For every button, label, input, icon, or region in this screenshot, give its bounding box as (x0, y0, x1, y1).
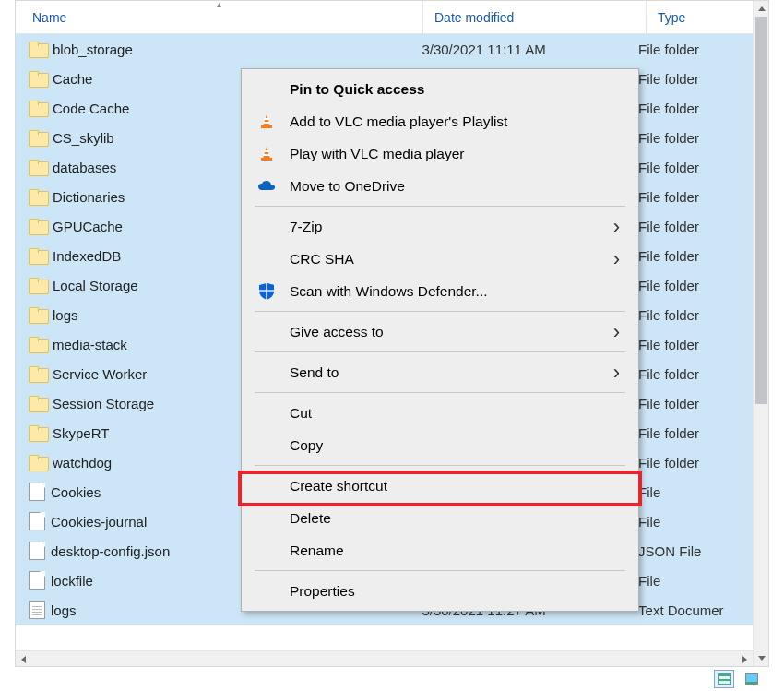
status-bar (15, 667, 769, 691)
folder-icon (29, 307, 47, 322)
scroll-right-button[interactable] (737, 651, 753, 667)
file-type: File folder (627, 278, 753, 293)
scroll-left-button[interactable] (16, 651, 31, 667)
column-header-row: Name ▴ Date modified Type (16, 1, 768, 34)
file-type: File folder (627, 71, 753, 87)
scroll-down-button[interactable] (754, 650, 769, 666)
menu-play-with-vlc[interactable]: Play with VLC media player (244, 137, 636, 170)
sort-indicator-icon: ▴ (217, 0, 221, 9)
svg-rect-7 (264, 154, 270, 156)
folder-icon (29, 130, 47, 145)
svg-rect-2 (265, 118, 269, 120)
menu-pin-to-quick-access[interactable]: Pin to Quick access (244, 73, 636, 105)
file-name: desktop-config.json (51, 543, 170, 559)
blank-icon (256, 435, 277, 456)
file-type: Text Documer (627, 602, 753, 618)
vlc-icon (256, 112, 277, 132)
file-name: Service Worker (53, 366, 147, 382)
column-header-date[interactable]: Date modified (423, 1, 647, 33)
scroll-thumb[interactable] (755, 17, 767, 404)
blank-icon (256, 79, 277, 100)
svg-rect-6 (265, 150, 269, 152)
file-date: 3/30/2021 11:11 AM (410, 42, 627, 57)
menu-add-to-vlc-playlist[interactable]: Add to VLC media player's Playlist (244, 105, 636, 137)
file-type: File (627, 484, 753, 500)
folder-icon (29, 101, 47, 115)
file-name: Code Cache (53, 101, 129, 116)
file-type: File folder (627, 160, 753, 175)
view-large-icons-button[interactable] (742, 670, 762, 688)
folder-icon (29, 42, 47, 56)
large-icons-icon (745, 673, 758, 685)
blank-icon (256, 581, 277, 602)
menu-label: Create shortcut (290, 478, 620, 494)
menu-label: Add to VLC media player's Playlist (290, 113, 620, 130)
menu-label: Delete (290, 510, 620, 527)
file-type: File folder (627, 366, 753, 382)
menu-give-access-to[interactable]: Give access to › (244, 316, 636, 348)
menu-7zip[interactable]: 7-Zip › (244, 210, 636, 243)
menu-label: 7-Zip (290, 219, 600, 235)
file-icon (29, 512, 45, 530)
file-type: File folder (627, 219, 753, 234)
file-name: Cookies-journal (51, 514, 147, 530)
folder-icon (29, 160, 47, 174)
menu-send-to[interactable]: Send to › (244, 356, 636, 388)
menu-separator (255, 311, 625, 312)
text-file-icon (29, 601, 45, 619)
menu-copy[interactable]: Copy (244, 429, 636, 461)
menu-label: Cut (290, 405, 620, 422)
file-icon (29, 542, 45, 560)
file-type: File folder (627, 130, 753, 146)
menu-separator (255, 351, 625, 352)
folder-icon (29, 337, 47, 351)
folder-icon (29, 455, 47, 470)
file-type: File (627, 514, 753, 530)
file-icon (29, 483, 45, 501)
file-type: File folder (627, 248, 753, 264)
menu-label: Play with VLC media player (290, 146, 620, 162)
file-type: File folder (627, 101, 753, 116)
menu-label: Pin to Quick access (290, 81, 620, 98)
scroll-up-button[interactable] (754, 1, 769, 17)
menu-rename[interactable]: Rename (244, 534, 636, 566)
table-row[interactable]: blob_storage3/30/2021 11:11 AMFile folde… (16, 34, 753, 64)
file-name: Session Storage (53, 396, 154, 411)
blank-icon (256, 541, 277, 561)
menu-delete[interactable]: Delete (244, 502, 636, 534)
file-name: logs (53, 307, 78, 323)
svg-marker-0 (263, 114, 270, 126)
column-header-type[interactable]: Type (647, 1, 757, 33)
blank-icon (256, 476, 277, 496)
menu-label: Properties (290, 583, 620, 600)
view-details-button[interactable] (714, 670, 734, 688)
file-type: File folder (627, 307, 753, 323)
folder-icon (29, 366, 47, 381)
column-header-name[interactable]: Name ▴ (16, 1, 423, 33)
menu-label: Copy (290, 437, 620, 454)
vertical-scrollbar[interactable] (753, 1, 768, 666)
menu-separator (255, 570, 625, 571)
file-type: File folder (627, 42, 753, 57)
menu-properties[interactable]: Properties (244, 575, 636, 607)
column-label: Name (32, 10, 66, 25)
menu-crc-sha[interactable]: CRC SHA › (244, 243, 636, 275)
blank-icon (256, 322, 277, 342)
file-name: databases (53, 160, 116, 175)
file-type: File folder (627, 337, 753, 352)
menu-label: Scan with Windows Defender... (290, 283, 620, 300)
horizontal-scrollbar[interactable] (16, 650, 753, 666)
file-type: File folder (627, 189, 753, 205)
folder-icon (29, 278, 47, 292)
menu-cut[interactable]: Cut (244, 397, 636, 429)
file-name: logs (51, 602, 77, 618)
onedrive-icon (256, 176, 277, 197)
svg-rect-3 (264, 122, 270, 124)
menu-create-shortcut[interactable]: Create shortcut (244, 470, 636, 502)
column-label: Date modified (434, 10, 514, 25)
menu-move-to-onedrive[interactable]: Move to OneDrive (244, 170, 636, 202)
blank-icon (256, 217, 277, 237)
folder-icon (29, 189, 47, 204)
menu-scan-defender[interactable]: Scan with Windows Defender... (244, 275, 636, 307)
file-name: SkypeRT (53, 425, 109, 441)
